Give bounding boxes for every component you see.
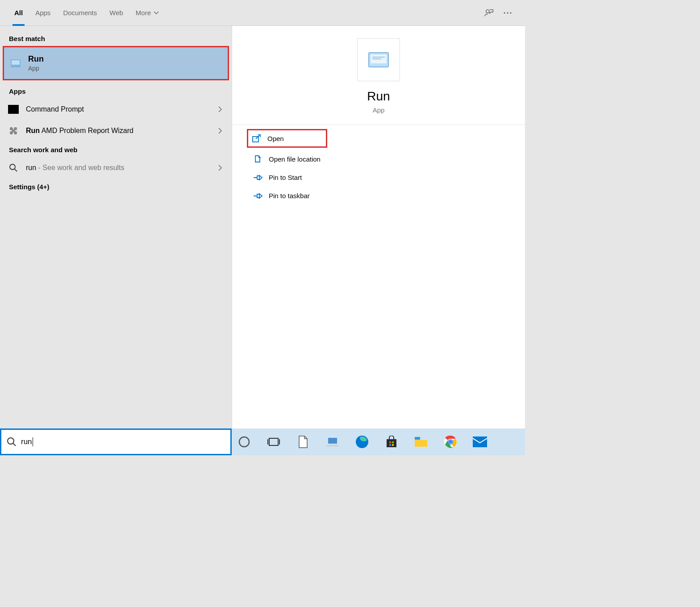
- chevron-right-icon: [218, 106, 222, 112]
- svg-point-11: [239, 437, 249, 447]
- open-icon: [250, 134, 263, 142]
- run-app-icon: [9, 57, 22, 70]
- action-open[interactable]: Open: [247, 129, 327, 148]
- chevron-down-icon: [154, 11, 159, 15]
- cmd-icon: [7, 103, 20, 116]
- taskbar-mail-icon[interactable]: [472, 434, 488, 450]
- taskbar: [232, 428, 525, 455]
- result-web-run[interactable]: run - See work and web results: [0, 157, 232, 179]
- section-apps: Apps: [0, 83, 232, 99]
- action-open-file-location[interactable]: Open file location: [248, 150, 509, 168]
- svg-point-3: [510, 12, 512, 13]
- result-title: Run: [28, 54, 222, 64]
- section-settings[interactable]: Settings (4+): [0, 179, 232, 194]
- result-title: run - See work and web results: [26, 164, 218, 172]
- tab-all[interactable]: All: [8, 0, 29, 26]
- svg-point-1: [504, 12, 505, 13]
- preview-title: Run: [367, 89, 390, 104]
- search-value: run: [21, 437, 32, 446]
- svg-rect-18: [389, 444, 391, 446]
- tab-more[interactable]: More: [129, 0, 165, 26]
- svg-point-6: [10, 164, 15, 170]
- pin-icon: [252, 192, 264, 200]
- svg-point-24: [449, 440, 452, 444]
- chevron-right-icon: [218, 128, 222, 134]
- svg-rect-5: [12, 60, 20, 65]
- result-subtitle: App: [28, 65, 222, 72]
- search-icon: [7, 162, 20, 174]
- action-pin-start[interactable]: Pin to Start: [248, 168, 509, 187]
- section-best-match: Best match: [0, 30, 232, 46]
- taskbar-edge-icon[interactable]: [354, 434, 370, 450]
- taskbar-document-icon[interactable]: [295, 434, 311, 450]
- tab-documents[interactable]: Documents: [57, 0, 103, 26]
- svg-point-10: [8, 438, 14, 444]
- tab-apps[interactable]: Apps: [29, 0, 57, 26]
- result-amd-wizard[interactable]: Run AMD Problem Report Wizard: [0, 120, 232, 141]
- filter-tabs: All Apps Documents Web More: [0, 0, 525, 26]
- svg-rect-13: [328, 438, 337, 444]
- action-pin-taskbar[interactable]: Pin to taskbar: [248, 187, 509, 205]
- action-label: Pin to Start: [269, 174, 302, 181]
- svg-rect-17: [392, 441, 394, 443]
- results-list: Best match Run App Apps Command Prompt: [0, 26, 232, 428]
- tab-web[interactable]: Web: [103, 0, 129, 26]
- more-options-icon[interactable]: [498, 4, 517, 22]
- result-command-prompt[interactable]: Command Prompt: [0, 99, 232, 120]
- preview-subtitle: App: [373, 106, 385, 114]
- result-title: Command Prompt: [26, 105, 218, 113]
- folder-icon: [252, 155, 264, 163]
- action-label: Open file location: [269, 155, 321, 163]
- text-cursor: [33, 437, 33, 446]
- taskbar-chrome-icon[interactable]: [442, 434, 458, 450]
- feedback-icon[interactable]: [479, 4, 498, 22]
- taskbar-explorer-icon[interactable]: [413, 434, 429, 450]
- svg-rect-25: [473, 437, 487, 447]
- taskbar-store-icon[interactable]: [383, 434, 400, 450]
- result-best-run[interactable]: Run App: [3, 46, 229, 80]
- preview-pane: Run App Open Open file location: [232, 26, 525, 428]
- search-icon: [7, 437, 17, 447]
- svg-point-2: [507, 12, 508, 13]
- action-label: Open: [267, 135, 284, 142]
- svg-point-0: [486, 9, 489, 12]
- svg-rect-15: [387, 439, 396, 447]
- section-search-web: Search work and web: [0, 141, 232, 157]
- taskbar-taskview-icon[interactable]: [266, 434, 282, 450]
- taskbar-cortana-icon[interactable]: [236, 434, 252, 450]
- chevron-right-icon: [218, 165, 222, 171]
- taskbar-laptop-icon[interactable]: [325, 434, 341, 450]
- search-input[interactable]: run: [0, 428, 232, 455]
- preview-app-icon: [357, 38, 400, 81]
- svg-rect-20: [415, 437, 420, 440]
- pin-icon: [252, 174, 264, 181]
- svg-rect-19: [392, 444, 394, 446]
- action-label: Pin to taskbar: [269, 192, 310, 200]
- svg-rect-16: [389, 441, 391, 443]
- amd-icon: [7, 125, 20, 137]
- svg-rect-12: [269, 438, 278, 445]
- result-title: Run AMD Problem Report Wizard: [26, 127, 218, 135]
